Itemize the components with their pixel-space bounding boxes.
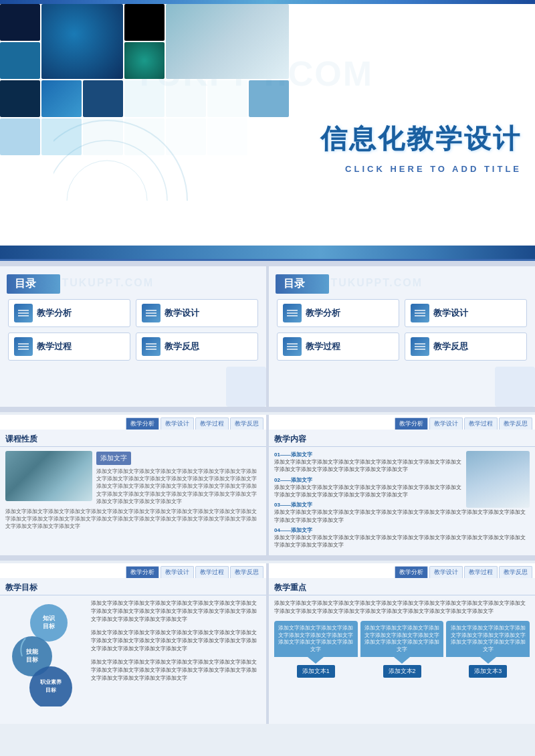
slide1-title: TUKPPT.COM: [0, 0, 535, 261]
nav-tab-content-3[interactable]: 教学过程: [464, 417, 498, 430]
toc-label-4: 教学反思: [165, 341, 199, 353]
main-title: 信息化教学设计: [320, 120, 522, 157]
nav-tab-content-1[interactable]: 教学分析: [395, 417, 428, 430]
item1-text: 添加文字添加文字添加文字添加文字添加文字添加文字添加文字添加文字添加文字添加文字…: [274, 459, 461, 472]
nav-bar-analysis: 教学分析 教学设计 教学过程 教学反思: [0, 415, 266, 430]
toc-item-r1[interactable]: 教学分析: [277, 299, 399, 327]
svg-text:技能: 技能: [25, 648, 39, 655]
svg-text:目标: 目标: [45, 687, 57, 693]
svg-point-1: [54, 140, 167, 201]
nav-tab-kp-3[interactable]: 教学过程: [464, 566, 498, 578]
toc-icon-3: [14, 337, 33, 356]
nav-tab-analysis-4[interactable]: 教学反思: [230, 417, 263, 430]
gap1: [0, 261, 535, 266]
main-title-area: 信息化教学设计 CLICK HERE TO ADD TITLE: [320, 120, 522, 174]
kp-card-text-3: 添加文字添加文字添加文字添加文字添加文字添加文字添加文字添加文字添加文字添加文字…: [446, 621, 530, 657]
toc-item-r4[interactable]: 教学反思: [405, 333, 527, 361]
toc-bg-deco-r: [495, 367, 535, 407]
nav-tab-kp-2[interactable]: 教学设计: [429, 566, 463, 578]
nav-bar-target: 教学分析 教学设计 教学过程 教学反思: [0, 563, 266, 578]
toc-label-r4: 教学反思: [433, 341, 468, 353]
kp-card-text-2: 添加文字添加文字添加文字添加文字添加文字添加文字添加文字添加文字添加文字添加文字…: [360, 621, 444, 657]
toc-item-r3[interactable]: 教学过程: [277, 333, 399, 361]
item2-text: 添加文字添加文字添加文字添加文字添加文字添加文字添加文字添加文字添加文字添加文字…: [274, 484, 461, 498]
nav-bar-content: 教学分析 教学设计 教学过程 教学反思: [269, 415, 535, 430]
nav-tab-target-1[interactable]: 教学分析: [126, 566, 159, 578]
item3-text: 添加文字添加文字添加文字添加文字添加文字添加文字添加文字添加文字添加文字添加文字…: [274, 509, 526, 523]
subtitle[interactable]: CLICK HERE TO ADD TITLE: [320, 164, 522, 174]
item2-title: 添加文字: [291, 477, 312, 483]
gear-diagram: 知识 目标 技能 目标 职业素养 目标: [5, 599, 86, 706]
item4-text: 添加文字添加文字添加文字添加文字添加文字添加文字添加文字添加文字添加文字添加文字…: [274, 535, 526, 548]
nav-tab-target-4[interactable]: 教学反思: [230, 566, 263, 578]
toc-icon-4: [142, 337, 160, 356]
content-photo: [466, 451, 530, 508]
kp-card-3: 添加文字添加文字添加文字添加文字添加文字添加文字添加文字添加文字添加文字添加文字…: [446, 621, 530, 678]
toc-icon-1: [14, 304, 33, 322]
gap2: [0, 407, 535, 412]
toc-item-2[interactable]: 教学设计: [136, 299, 258, 327]
content-title: 教学内容: [269, 430, 535, 447]
nav-tab-analysis-1[interactable]: 教学分析: [126, 417, 159, 430]
nav-bar-keypoint: 教学分析 教学设计 教学过程 教学反思: [269, 563, 535, 578]
content-item-4: 04——添加文字 添加文字添加文字添加文字添加文字添加文字添加文字添加文字添加文…: [274, 527, 530, 549]
nav-tab-target-3[interactable]: 教学过程: [195, 566, 229, 578]
nav-tab-analysis-3[interactable]: 教学过程: [195, 417, 229, 430]
nav-tab-kp-4[interactable]: 教学反思: [499, 566, 532, 578]
toc-label-3: 教学过程: [37, 341, 72, 353]
svg-text:职业素养: 职业素养: [39, 678, 62, 685]
svg-text:目标: 目标: [26, 656, 39, 663]
kp-label-3: 添加文本3: [469, 665, 507, 678]
toc-label-1: 教学分析: [37, 307, 72, 319]
nav-tab-analysis-2[interactable]: 教学设计: [160, 417, 194, 430]
analysis-bottom: 添加文字添加文字添加文字添加文字添加文字添加文字添加文字添加文字添加文字添加文字…: [5, 508, 261, 531]
nav-tab-content-2[interactable]: 教学设计: [429, 417, 463, 430]
item4-title: 添加文字: [291, 527, 312, 533]
hlines: [0, 217, 535, 247]
toc-item-3[interactable]: 教学过程: [8, 333, 130, 361]
slide-keypoint: 教学分析 教学设计 教学过程 教学反思 教学重点 添加文字添加文字添加文字添加文…: [269, 563, 535, 724]
bottom-blue-bar: [0, 246, 535, 259]
item3-num: 03——: [274, 502, 291, 508]
target-text-2: 添加文字添加文字添加文字添加文字添加文字添加文字添加文字添加文字添加文字添加文字…: [91, 629, 261, 653]
target-texts: 添加文字添加文字添加文字添加文字添加文字添加文字添加文字添加文字添加文字添加文字…: [91, 599, 261, 682]
toc-label-r2: 教学设计: [433, 307, 468, 319]
keypoint-content: 添加文字添加文字添加文字添加文字添加文字添加文字添加文字添加文字添加文字添加文字…: [269, 595, 535, 682]
gap3: [0, 555, 535, 561]
toc-item-r2[interactable]: 教学设计: [405, 299, 527, 327]
toc-item-1[interactable]: 教学分析: [8, 299, 130, 327]
kp-label-2: 添加文本2: [383, 665, 421, 678]
toc-label-r1: 教学分析: [306, 307, 340, 319]
analysis-body: 添加文字添加文字添加文字添加文字添加文字添加文字添加文字添加文字添加文字添加文字…: [96, 468, 261, 505]
target-title: 教学目标: [0, 578, 266, 595]
toc-label-r3: 教学过程: [306, 341, 340, 353]
svg-text:知识: 知识: [42, 615, 56, 622]
toc-icon-r3: [283, 337, 302, 356]
toc-bg-deco: [226, 367, 266, 407]
item3-title: 添加文字: [291, 502, 312, 508]
analysis-text-area: 添加文字 添加文字添加文字添加文字添加文字添加文字添加文字添加文字添加文字添加文…: [96, 451, 261, 505]
svg-point-0: [54, 120, 187, 201]
toc-grid-left: 教学分析 教学设计 教学过程: [0, 294, 266, 366]
toc-grid-right: 教学分析 教学设计 教学过程: [269, 294, 535, 366]
kp-card-1: 添加文字添加文字添加文字添加文字添加文字添加文字添加文字添加文字添加文字添加文字…: [274, 621, 358, 678]
toc-icon-2: [142, 304, 160, 322]
kp-top-text: 添加文字添加文字添加文字添加文字添加文字添加文字添加文字添加文字添加文字添加文字…: [274, 599, 530, 616]
kp-card-2: 添加文字添加文字添加文字添加文字添加文字添加文字添加文字添加文字添加文字添加文字…: [360, 621, 444, 678]
toc-item-4[interactable]: 教学反思: [136, 333, 258, 361]
keypoint-title: 教学重点: [269, 578, 535, 595]
kp-arrow-1: [308, 657, 324, 664]
kp-arrow-2: [394, 657, 410, 664]
deco-arcs: [54, 67, 254, 201]
analysis-photo: [5, 451, 92, 501]
target-text-1: 添加文字添加文字添加文字添加文字添加文字添加文字添加文字添加文字添加文字添加文字…: [91, 599, 261, 624]
nav-tab-kp-1[interactable]: 教学分析: [395, 566, 428, 578]
kp-card-text-1: 添加文字添加文字添加文字添加文字添加文字添加文字添加文字添加文字添加文字添加文字…: [274, 621, 358, 657]
toc-icon-r4: [411, 337, 429, 356]
target-content: 知识 目标 技能 目标 职业素养 目标: [0, 595, 266, 711]
nav-tab-target-2[interactable]: 教学设计: [160, 566, 194, 578]
toc-header-right: 目录: [276, 274, 329, 294]
svg-text:目标: 目标: [43, 623, 56, 630]
nav-tab-content-4[interactable]: 教学反思: [499, 417, 532, 430]
target-text-3: 添加文字添加文字添加文字添加文字添加文字添加文字添加文字添加文字添加文字添加文字…: [91, 658, 261, 682]
